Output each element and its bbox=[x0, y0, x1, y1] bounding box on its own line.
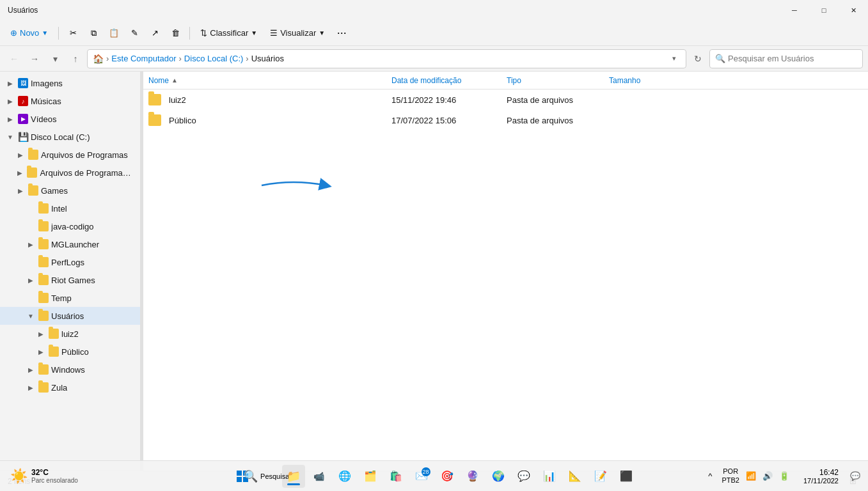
breadcrumb[interactable]: 🏠 › Este Computador › Disco Local (C:) ›… bbox=[87, 49, 686, 68]
search-taskbar-button[interactable]: 🔍Pesquisar bbox=[256, 465, 280, 488]
tray-chevron[interactable]: ^ bbox=[702, 469, 718, 484]
forward-button[interactable]: → bbox=[26, 50, 43, 68]
sidebar-label: Intel bbox=[51, 204, 67, 214]
taskbar-app-notes[interactable]: 📝 bbox=[589, 465, 612, 488]
date-header-label[interactable]: Data de modificação bbox=[391, 76, 461, 85]
sidebar-item-riot-games[interactable]: ▶ Riot Games bbox=[0, 271, 140, 289]
expand-icon: ▶ bbox=[5, 96, 15, 106]
sidebar-item-publico[interactable]: ▶ Público bbox=[0, 343, 140, 361]
back-button[interactable]: ← bbox=[5, 50, 23, 68]
cut-button[interactable]: ✂ bbox=[64, 24, 82, 42]
maximize-button[interactable]: □ bbox=[809, 0, 839, 20]
recent-locations-button[interactable]: ▾ bbox=[46, 50, 64, 68]
sidebar-item-arquivos-programas[interactable]: ▶ Arquivos de Programas bbox=[0, 146, 140, 164]
taskbar-app-store[interactable]: 🛍️ bbox=[384, 465, 407, 488]
sidebar-item-intel[interactable]: ▶ Intel bbox=[0, 199, 140, 217]
wifi-icon[interactable]: 📶 bbox=[743, 469, 759, 484]
col-type-header[interactable]: Tipo bbox=[507, 75, 609, 85]
taskbar-app-purple[interactable]: 🔮 bbox=[461, 465, 484, 488]
file-row-luiz2[interactable]: luiz2 15/11/2022 19:46 Pasta de arquivos bbox=[143, 90, 868, 110]
more-actions-button[interactable]: ··· bbox=[333, 24, 351, 42]
breadcrumb-sep2: › bbox=[179, 54, 182, 63]
sidebar-label: Games bbox=[41, 186, 68, 196]
weather-icon: ☀️ bbox=[10, 468, 28, 485]
breadcrumb-computer[interactable]: Este Computador bbox=[111, 54, 176, 63]
taskbar-app-zoom[interactable]: 📹 bbox=[308, 465, 331, 488]
breadcrumb-sep1: › bbox=[106, 54, 109, 63]
taskbar-app-files[interactable]: 🗂️ bbox=[359, 465, 382, 488]
breadcrumb-drive[interactable]: Disco Local (C:) bbox=[184, 54, 243, 63]
breadcrumb-dropdown-button[interactable]: ▾ bbox=[668, 52, 681, 65]
rename-button[interactable]: ✎ bbox=[125, 24, 143, 42]
sidebar-item-usuarios[interactable]: ▼ Usuários bbox=[0, 307, 140, 325]
weather-widget[interactable]: ☀️ 32°C Parc ensolarado bbox=[5, 468, 83, 485]
copy-button[interactable]: ⧉ bbox=[84, 24, 102, 42]
sidebar-label: luiz2 bbox=[61, 329, 79, 339]
sidebar-item-games[interactable]: ▶ Games bbox=[0, 182, 140, 199]
file-name-label: Público bbox=[169, 116, 196, 125]
sidebar-item-zula[interactable]: ▶ Zula bbox=[0, 378, 140, 396]
view-button[interactable]: ☰ Visualizar ▼ bbox=[265, 26, 330, 40]
name-header-label[interactable]: Nome bbox=[148, 76, 169, 85]
refresh-button[interactable]: ↻ bbox=[689, 50, 707, 68]
search-box[interactable]: 🔍 bbox=[709, 49, 863, 68]
taskbar-app-mail[interactable]: ✉️ 28 bbox=[410, 465, 433, 488]
taskbar-app-green[interactable]: 💬 bbox=[512, 465, 535, 488]
classify-button[interactable]: ⇅ Classificar ▼ bbox=[195, 26, 262, 40]
size-header-label[interactable]: Tamanho bbox=[609, 76, 640, 85]
battery-icon[interactable]: 🔋 bbox=[777, 469, 792, 484]
up-button[interactable]: ↑ bbox=[67, 50, 84, 68]
expand-icon: ▶ bbox=[5, 78, 15, 88]
sidebar-item-luiz2[interactable]: ▶ luiz2 bbox=[0, 325, 140, 343]
delete-button[interactable]: 🗑 bbox=[166, 24, 184, 42]
folder-icon bbox=[148, 114, 161, 126]
folder-icon bbox=[38, 239, 49, 249]
toolbar-separator bbox=[58, 27, 59, 40]
file-content: Nome ▲ Data de modificação Tipo Tamanho … bbox=[143, 72, 868, 471]
taskbar-app-s[interactable]: 📊 bbox=[538, 465, 561, 488]
sidebar-item-perflogs[interactable]: ▶ PerfLogs bbox=[0, 253, 140, 271]
sidebar-item-disco-local[interactable]: ▼ 💾 Disco Local (C:) bbox=[0, 128, 140, 146]
col-name-header[interactable]: Nome ▲ bbox=[148, 76, 391, 85]
share-button[interactable]: ↗ bbox=[146, 24, 164, 42]
sidebar-item-videos[interactable]: ▶ ▶ Vídeos bbox=[0, 110, 140, 128]
taskbar-app-terminal[interactable]: ⬛ bbox=[615, 465, 638, 488]
sidebar-item-java-codigo[interactable]: ▶ java-codigo bbox=[0, 217, 140, 235]
type-header-label[interactable]: Tipo bbox=[507, 76, 521, 85]
minimize-button[interactable]: ─ bbox=[780, 0, 809, 20]
expand-icon: ▶ bbox=[36, 329, 46, 339]
volume-icon[interactable]: 🔊 bbox=[760, 469, 775, 484]
new-button[interactable]: ⊕ Novo ▼ bbox=[5, 26, 53, 40]
system-tray: ^ POR PTB2 📶 🔊 🔋 bbox=[700, 469, 794, 484]
col-date-header[interactable]: Data de modificação bbox=[391, 75, 507, 85]
sidebar-item-windows[interactable]: ▶ Windows bbox=[0, 361, 140, 378]
window-title: Usuários bbox=[8, 6, 38, 15]
lang-indicator[interactable]: POR PTB2 bbox=[719, 469, 742, 484]
sidebar-item-arquivos-programas-x86[interactable]: ▶ Arquivos de Programas (x86 bbox=[0, 164, 140, 182]
folder-icon bbox=[38, 382, 49, 393]
taskbar-center: 🔍Pesquisar 📁 📹 🌐 🗂️ 🛍️ ✉️ 28 🎯 🔮 🌍 💬 📊 📐… bbox=[231, 465, 638, 488]
sidebar-label: Imagens bbox=[31, 79, 63, 88]
paste-button[interactable]: 📋 bbox=[105, 24, 123, 42]
taskbar-left: ☀️ 32°C Parc ensolarado bbox=[0, 468, 231, 485]
sidebar-item-imagens[interactable]: ▶ 🖼 Imagens bbox=[0, 74, 140, 92]
clock-widget[interactable]: 16:42 17/11/2022 bbox=[798, 468, 844, 485]
folder-icon bbox=[148, 94, 161, 105]
expand-icon: ▶ bbox=[26, 382, 36, 393]
taskbar-app-chrome[interactable]: 🌍 bbox=[487, 465, 510, 488]
file-row-publico[interactable]: Público 17/07/2022 15:06 Pasta de arquiv… bbox=[143, 110, 868, 130]
sidebar-item-temp[interactable]: ▶ Temp bbox=[0, 289, 140, 307]
folder-icon bbox=[49, 347, 59, 357]
close-button[interactable]: ✕ bbox=[839, 0, 868, 20]
file-date-col: 17/07/2022 15:06 bbox=[391, 116, 507, 125]
col-size-header[interactable]: Tamanho bbox=[609, 75, 686, 85]
taskbar-app-blue[interactable]: 📐 bbox=[564, 465, 587, 488]
notifications-button[interactable]: 💬 bbox=[848, 469, 863, 484]
search-input[interactable] bbox=[728, 54, 857, 63]
sidebar-item-mglauncher[interactable]: ▶ MGLauncher bbox=[0, 235, 140, 253]
taskbar-app-edge[interactable]: 🌐 bbox=[333, 465, 356, 488]
sidebar-item-musicas[interactable]: ▶ ♪ Músicas bbox=[0, 92, 140, 110]
taskbar-app-pink[interactable]: 🎯 bbox=[436, 465, 459, 488]
file-explorer-button[interactable]: 📁 bbox=[282, 465, 305, 488]
expand-icon: ▶ bbox=[15, 168, 24, 178]
